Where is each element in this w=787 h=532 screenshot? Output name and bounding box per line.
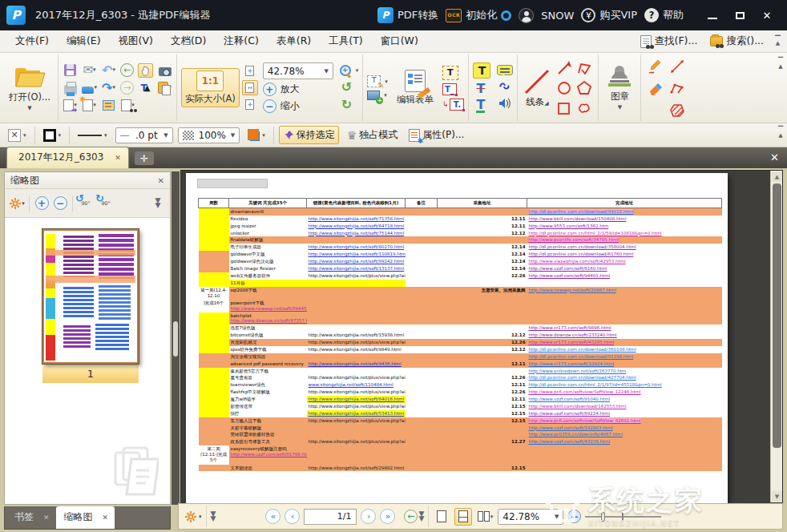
menu-comment[interactable]: 注释(C) bbox=[215, 31, 267, 51]
opacity-select[interactable]: 100%▼ bbox=[178, 127, 240, 143]
annotation-select-button[interactable] bbox=[101, 99, 116, 113]
paste-button[interactable]: ▾ bbox=[157, 81, 172, 95]
back-view-button[interactable]: ← bbox=[120, 63, 134, 77]
new-tab-button[interactable]: ✛ bbox=[135, 151, 154, 165]
text-field-tool[interactable]: T bbox=[442, 66, 458, 80]
minimize-button[interactable] bbox=[699, 5, 726, 26]
hatch-area-tool[interactable] bbox=[667, 99, 688, 120]
cloud-tool[interactable] bbox=[575, 99, 594, 118]
edit-form-button[interactable]: 编辑表单 bbox=[394, 68, 437, 107]
pdf-link[interactable]: http://dl.pconline.com.cn/download/61760… bbox=[529, 252, 634, 256]
first-page-button[interactable]: « bbox=[265, 509, 280, 524]
pdf-link[interactable]: http://www.bkill.com/download/150408.htm… bbox=[529, 216, 627, 221]
menu-view[interactable]: 视图(V) bbox=[110, 31, 162, 51]
rotate-page-ccw-button[interactable]: 90° bbox=[77, 194, 95, 213]
menu-document[interactable]: 文档(D) bbox=[162, 31, 215, 51]
pdf-link[interactable]: http://dl.pconline.com.cn/download/99018… bbox=[529, 209, 634, 214]
print-button[interactable] bbox=[63, 81, 78, 95]
collapse-menubar-icon[interactable]: ▔▲ bbox=[775, 38, 781, 46]
marquee-zoom-icon[interactable]: + bbox=[339, 64, 352, 77]
pdf-link[interactable]: http://www.bkill.com/download/162553.htm… bbox=[529, 404, 627, 409]
pdf-convert-button[interactable]: P PDF转换 bbox=[377, 7, 438, 23]
pdf-link[interactable]: http://www.xitongzhijia.net/soft/64718.h… bbox=[309, 224, 405, 228]
pdf-link[interactable]: http://www.newasp.net/soft/89445.html bbox=[231, 306, 305, 312]
distance-tool[interactable] bbox=[667, 56, 688, 77]
pdf-link[interactable]: http://www.pc0359.cn/downinfo/4867.html bbox=[529, 432, 624, 437]
pdf-link[interactable]: http://www.9553.com/soft/1362.htm bbox=[529, 224, 609, 228]
next-page-button[interactable]: › bbox=[361, 509, 376, 524]
hand-tool-button[interactable] bbox=[138, 63, 153, 78]
pdf-link[interactable]: http://www.uzzf.com/soft/89224.html bbox=[529, 411, 611, 416]
scroll-up-icon[interactable]: ▲ bbox=[772, 171, 782, 182]
pdf-link[interactable]: http://www.uzzf.com/soft/192803.html bbox=[529, 425, 613, 430]
polygon-tool[interactable] bbox=[575, 79, 594, 98]
thumbnail-zoom-in-button[interactable]: + bbox=[34, 194, 50, 213]
eraser-tool[interactable] bbox=[645, 78, 666, 99]
connected-lines-tool[interactable] bbox=[667, 78, 688, 99]
ocr-init-button[interactable]: OCR 初始化 bbox=[446, 8, 511, 22]
stamp-button[interactable]: 图章 ▼ bbox=[603, 63, 636, 112]
thumbnail-options-button[interactable]: ▾ bbox=[9, 194, 25, 213]
color-swatch-button[interactable]: ▾ bbox=[244, 127, 268, 143]
export-button[interactable]: ▾ bbox=[63, 99, 78, 113]
find-button[interactable]: 查找(F)... bbox=[636, 33, 703, 50]
account-name[interactable]: SNOW bbox=[541, 10, 574, 22]
pdf-link[interactable]: http://www.uzzf.com/soft/94401.html bbox=[529, 273, 611, 278]
previous-view-button[interactable]: ← ▼▼ bbox=[404, 510, 424, 523]
sound-tool[interactable] bbox=[497, 96, 512, 111]
pdf-link[interactable]: http://www.xitongzhijia.net/soft/99242.h… bbox=[309, 259, 405, 264]
stroke-width-select[interactable]: —.0 pt▼ bbox=[115, 127, 173, 143]
pdf-link[interactable]: http://www.xitongzhijia.net/soft/71358.h… bbox=[309, 216, 405, 221]
panel-collapse-chevrons[interactable]: ▼▼ bbox=[150, 194, 166, 213]
edit-content-icon[interactable]: T bbox=[367, 75, 381, 87]
pdf-link[interactable]: http://www.downza.cn/soft/87357.html bbox=[231, 318, 305, 324]
zoom-slider-knob[interactable] bbox=[601, 512, 605, 522]
pdf-link[interactable]: http://dl.pconline.com.cn/download/36010… bbox=[529, 347, 636, 352]
rotate-page-cw-button[interactable]: 90° bbox=[97, 194, 115, 213]
ellipse-tool[interactable] bbox=[555, 79, 574, 98]
pdf-link[interactable]: http://dl.pconline.com.cn/download/42770… bbox=[529, 375, 636, 380]
pencil-tool[interactable] bbox=[645, 56, 666, 77]
fill-color-button[interactable]: ✕▾ bbox=[5, 127, 30, 143]
menu-edit[interactable]: 编辑(E) bbox=[58, 31, 110, 51]
pdf-link[interactable]: http://www.cr173.com/soft/9896.html bbox=[529, 325, 611, 330]
fit-page-button[interactable]: ✛ bbox=[242, 63, 258, 79]
pdf-link[interactable]: http://www.xitongzhijia.net/soft/75144.h… bbox=[309, 231, 405, 236]
help-button[interactable]: ? 帮助 bbox=[644, 8, 684, 22]
tab-close-icon[interactable]: ✕ bbox=[115, 154, 121, 162]
vertical-scrollbar[interactable]: ▲ ▼ bbox=[770, 171, 782, 502]
panel-splitter[interactable] bbox=[172, 171, 180, 505]
line-tool[interactable]: 线条◢ bbox=[522, 68, 552, 108]
scrollbar-thumb[interactable] bbox=[773, 183, 781, 448]
pdf-link[interactable]: http://www.xitongzhijia.net/soft/9436.ht… bbox=[309, 361, 402, 366]
pdf-link[interactable]: http://www.uzzf.com/soft/81788.html bbox=[231, 452, 305, 457]
text-field-small-tool[interactable]: T_ bbox=[442, 83, 457, 95]
pdf-link[interactable]: http://www.uzzf.com/soft/8160.html bbox=[529, 266, 607, 271]
menu-file[interactable]: 文件(F) bbox=[6, 31, 58, 51]
search-button[interactable]: 搜索()... bbox=[705, 33, 769, 50]
collapse-toolbar2-icon[interactable]: ▔▲ bbox=[776, 127, 785, 139]
line-style-button[interactable]: ▾ bbox=[75, 131, 111, 140]
zoom-in-button[interactable]: + 放大 bbox=[263, 83, 333, 96]
pdf-link[interactable]: http://www.xitongzhijia.net/soft/84016.h… bbox=[309, 397, 405, 401]
redo-button[interactable]: ↷▾ bbox=[101, 81, 116, 95]
pdf-link[interactable]: http://www.xitongzhijia.net/soft/80270.h… bbox=[309, 244, 405, 249]
fit-visible-button[interactable]: ✛ bbox=[242, 97, 258, 112]
text-select-button[interactable]: T▲ bbox=[138, 81, 153, 95]
rotate-ccw-button[interactable]: ↺ bbox=[339, 80, 354, 95]
doc-search-button[interactable]: ▾ bbox=[120, 99, 135, 113]
continuous-page-button[interactable] bbox=[454, 508, 472, 526]
link-tool[interactable] bbox=[497, 79, 512, 93]
pdf-link[interactable]: http://www.onlinedown.net/soft/263770.ht… bbox=[529, 369, 627, 373]
pdf-link[interactable]: http://www.cr173.com/soft/43285.html bbox=[529, 340, 615, 345]
scroll-down-icon[interactable]: ▼ bbox=[772, 491, 782, 502]
pdf-link[interactable]: http://www.pconlife.com/soft/34795.html bbox=[529, 237, 620, 242]
zoom-select[interactable]: 42.78%▼ bbox=[263, 62, 333, 79]
buy-vip-button[interactable]: ¥ 购买VIP bbox=[581, 8, 637, 22]
fit-width-button[interactable]: ↔ bbox=[242, 80, 258, 95]
strikethrough-text-tool[interactable]: T bbox=[473, 82, 488, 96]
pdf-link[interactable]: http://dl.pconline.com.cn/download/91298… bbox=[529, 354, 634, 359]
pdf-link[interactable]: http://www.xiazaizhijia.com/soft/42953.h… bbox=[529, 259, 626, 264]
pdf-link[interactable]: http://www.xitongzhijia.net/soft/13137.h… bbox=[309, 266, 405, 271]
collapse-toolbar-icon[interactable]: ▔▲ bbox=[776, 58, 785, 70]
